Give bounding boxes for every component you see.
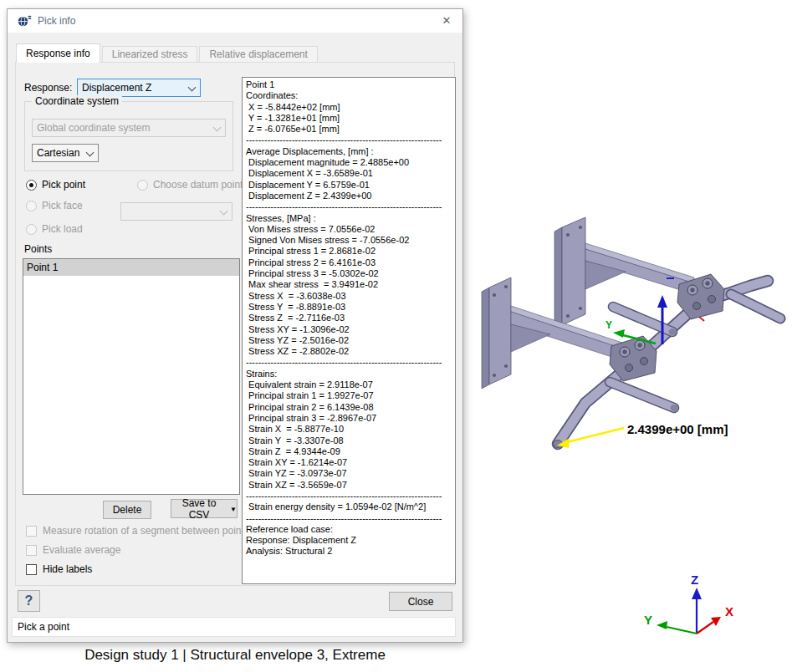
checkbox-box [26, 545, 37, 556]
grip-handle-lower [610, 382, 678, 411]
checkbox-hide-labels[interactable]: Hide labels [26, 563, 92, 575]
status-bar: Pick a point [12, 617, 456, 637]
z-axis-label: Z [691, 573, 698, 587]
x-axis-label: X [725, 604, 733, 619]
checkbox-hide-labels-label: Hide labels [43, 563, 92, 575]
scene-y-axis-label: Y [605, 319, 612, 331]
tab-response-info[interactable]: Response info [16, 43, 100, 63]
response-info-page: Response: Displacement Z Coordinate syst… [15, 62, 455, 586]
delete-button[interactable]: Delete [103, 501, 151, 519]
radio-pick-point-label: Pick point [42, 179, 85, 191]
checkbox-measure-rotation-label: Measure rotation of a segment between po… [43, 525, 249, 537]
response-results-panel: Point 1 Coordinates: X = -5.8442e+02 [mm… [242, 77, 456, 584]
list-item-point-1[interactable]: Point 1 [23, 259, 239, 276]
coordinate-system-legend: Coordinate system [32, 95, 122, 107]
orientation-y-axis: Y [644, 613, 697, 634]
radio-pick-load-label: Pick load [42, 223, 83, 235]
coordinate-type-value: Cartesian [37, 147, 79, 159]
tab-linearized-stress[interactable]: Linearized stress [102, 46, 198, 62]
radio-pick-face-label: Pick face [42, 200, 83, 211]
radio-pick-point[interactable]: Pick point [26, 179, 85, 191]
coordinate-system-group: Coordinate system Global coordinate syst… [24, 101, 233, 171]
save-to-csv-button[interactable]: Save to CSV ▼ [171, 499, 238, 518]
chevron-down-icon [188, 84, 197, 92]
points-list: Point 1 [23, 258, 240, 495]
response-dropdown[interactable]: Displacement Z [77, 79, 201, 97]
tab-relative-displacement[interactable]: Relative displacement [199, 46, 317, 62]
radio-circle [26, 180, 37, 191]
datum-point-set-dropdown [120, 202, 232, 221]
displacement-annotation-label: 2.4399e+00 [mm] [627, 422, 728, 436]
checkbox-box [26, 526, 37, 537]
radio-circle [137, 180, 148, 191]
close-button-label: Close [408, 596, 434, 608]
delete-button-label: Delete [113, 504, 142, 516]
close-button[interactable]: Close [389, 592, 452, 611]
displacement-annotation: 2.4399e+00 [mm] [557, 422, 728, 448]
response-label: Response: [24, 82, 72, 94]
coordinate-system-dropdown: Global coordinate system [32, 119, 226, 137]
response-value: Displacement Z [82, 82, 151, 94]
radio-circle [26, 224, 37, 235]
chevron-down-icon [220, 207, 228, 216]
scene-x-axis-fragment [699, 317, 704, 321]
dropdown-triangle-icon: ▼ [230, 507, 237, 513]
save-to-csv-label: Save to CSV [171, 497, 227, 521]
checkbox-evaluate-average-label: Evaluate average [43, 544, 120, 556]
coordinate-system-value: Global coordinate system [37, 122, 150, 134]
model-viewport[interactable]: Y 2.4399e+00 [mm] Z X Y [464, 209, 792, 672]
chevron-down-icon [213, 124, 222, 132]
pick-info-icon [18, 14, 32, 28]
close-icon[interactable]: ✕ [437, 13, 456, 29]
radio-circle [26, 201, 37, 211]
orientation-x-axis: X [697, 604, 733, 634]
titlebar: Pick info ✕ [8, 9, 462, 33]
pick-info-dialog: Pick info ✕ Response info Linearized str… [7, 8, 463, 643]
tab-strip: Response info Linearized stress Relative… [16, 43, 318, 62]
y-axis-label: Y [644, 613, 652, 627]
orientation-triad: Z X Y [644, 573, 733, 634]
orientation-z-axis: Z [691, 573, 702, 634]
radio-pick-face: Pick face [26, 200, 83, 211]
points-label: Points [24, 243, 52, 255]
coordinate-type-dropdown[interactable]: Cartesian [32, 144, 99, 162]
study-caption: Design study 1 | Structural envelope 3, … [7, 647, 463, 664]
help-button[interactable]: ? [18, 590, 40, 612]
window-title: Pick info [38, 15, 75, 27]
checkbox-measure-rotation: Measure rotation of a segment between po… [26, 525, 249, 537]
checkbox-evaluate-average: Evaluate average [26, 544, 120, 556]
chevron-down-icon [86, 149, 95, 157]
checkbox-box [26, 564, 37, 575]
radio-choose-datum-point-set: Choose datum point set [137, 179, 259, 191]
radio-pick-load: Pick load [26, 223, 83, 235]
